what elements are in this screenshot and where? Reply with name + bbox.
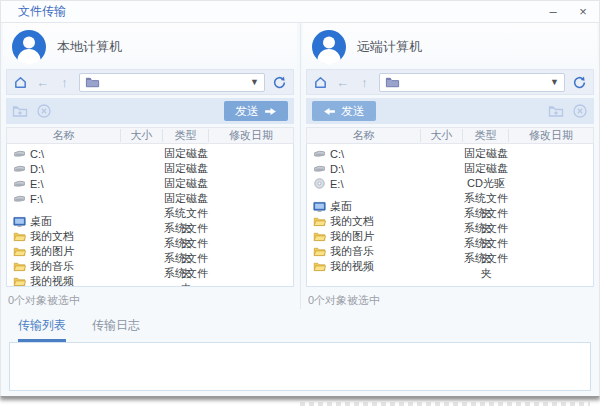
folder-icon xyxy=(313,215,326,228)
file-type: 固定磁盘 xyxy=(463,161,509,176)
transfer-tabs: 传输列表 传输日志 xyxy=(1,309,599,342)
file-type: 固定磁盘 xyxy=(463,146,509,161)
file-name-cell: E:\ xyxy=(7,177,121,190)
remote-nav-bar: ← ↑ ▼ xyxy=(306,69,594,95)
home-icon[interactable] xyxy=(313,75,328,90)
address-combobox[interactable]: ▼ xyxy=(379,73,565,92)
current-folder-icon xyxy=(385,75,400,90)
file-row[interactable]: E:\CD光驱 xyxy=(307,176,593,191)
file-name-cell: 我的文档 xyxy=(7,229,121,244)
remote-toolbar: 发送 xyxy=(306,98,594,124)
drive-icon xyxy=(13,192,26,205)
column-name[interactable]: 名称 xyxy=(307,129,421,142)
file-name-cell: D:\ xyxy=(7,162,121,175)
folder-icon xyxy=(313,230,326,243)
drive-icon xyxy=(313,147,326,160)
column-type[interactable]: 类型 xyxy=(463,129,509,142)
tab-transfer-log[interactable]: 传输日志 xyxy=(92,317,140,342)
new-folder-icon[interactable] xyxy=(12,103,28,119)
column-date[interactable]: 修改日期 xyxy=(209,129,293,142)
file-row[interactable]: C:\固定磁盘 xyxy=(307,146,593,161)
column-size[interactable]: 大小 xyxy=(421,129,463,142)
file-row[interactable]: D:\固定磁盘 xyxy=(7,161,293,176)
file-type: CD光驱 xyxy=(463,176,509,191)
drive-icon xyxy=(13,177,26,190)
file-row[interactable]: E:\固定磁盘 xyxy=(7,176,293,191)
remote-table-header: 名称 大小 类型 修改日期 xyxy=(306,127,594,144)
tab-transfer-list[interactable]: 传输列表 xyxy=(18,317,66,342)
drive-icon xyxy=(313,162,326,175)
column-size[interactable]: 大小 xyxy=(121,129,163,142)
file-transfer-window: 文件传输 – × 本地计算机 ← ↑ xyxy=(0,0,600,397)
refresh-icon[interactable] xyxy=(272,75,287,90)
new-folder-icon[interactable] xyxy=(548,103,564,119)
minimize-button[interactable]: – xyxy=(545,2,561,22)
file-type: 系统文件夹 xyxy=(163,266,209,287)
file-name: D:\ xyxy=(30,163,44,175)
file-row[interactable]: D:\固定磁盘 xyxy=(307,161,593,176)
close-button[interactable]: × xyxy=(575,2,591,22)
column-name[interactable]: 名称 xyxy=(7,129,121,142)
user-avatar-icon xyxy=(311,29,347,65)
file-name: 我的视频 xyxy=(330,259,374,274)
current-folder-icon xyxy=(85,75,100,90)
local-computer-label: 本地计算机 xyxy=(57,38,122,56)
file-name-cell: 桌面 xyxy=(307,199,421,214)
transfer-list-content[interactable] xyxy=(9,342,591,391)
column-type[interactable]: 类型 xyxy=(163,129,209,142)
file-name-cell: 我的音乐 xyxy=(7,259,121,274)
title-bar: 文件传输 – × xyxy=(1,1,599,23)
drive-icon xyxy=(13,162,26,175)
file-name: 我的视频 xyxy=(30,274,74,288)
file-row[interactable]: C:\固定磁盘 xyxy=(7,146,293,161)
local-table-header: 名称 大小 类型 修改日期 xyxy=(6,127,294,144)
drive-icon xyxy=(13,147,26,160)
file-name: 我的文档 xyxy=(330,214,374,229)
window-title: 文件传输 xyxy=(18,3,66,20)
panels-container: 本地计算机 ← ↑ ▼ xyxy=(1,23,599,309)
folder-icon xyxy=(13,275,26,288)
column-date[interactable]: 修改日期 xyxy=(509,129,593,142)
delete-icon[interactable] xyxy=(572,103,588,119)
file-name: C:\ xyxy=(330,148,344,160)
file-name-cell: 我的视频 xyxy=(7,274,121,288)
folder-icon xyxy=(313,245,326,258)
file-row[interactable]: 桌面系统文件夹 xyxy=(7,206,293,221)
window-controls: – × xyxy=(545,2,591,22)
file-name-cell: D:\ xyxy=(307,162,421,175)
file-type: 固定磁盘 xyxy=(163,146,209,161)
delete-icon[interactable] xyxy=(36,103,52,119)
file-name: 我的文档 xyxy=(30,229,74,244)
file-name-cell: C:\ xyxy=(7,147,121,160)
file-name: 我的图片 xyxy=(30,244,74,259)
up-arrow-icon[interactable]: ↑ xyxy=(57,75,72,90)
folder-icon xyxy=(13,260,26,273)
file-name-cell: F:\ xyxy=(7,192,121,205)
back-arrow-icon[interactable]: ← xyxy=(35,75,50,90)
refresh-icon[interactable] xyxy=(572,75,587,90)
file-name: E:\ xyxy=(30,178,43,190)
background-page-remnant xyxy=(300,402,590,406)
file-name-cell: C:\ xyxy=(307,147,421,160)
file-row[interactable]: F:\固定磁盘 xyxy=(7,191,293,206)
local-selection-status: 0个对象被选中 xyxy=(3,287,297,309)
file-row[interactable]: 桌面系统文件夹 xyxy=(307,191,593,206)
dropdown-caret-icon[interactable]: ▼ xyxy=(250,77,259,87)
back-arrow-icon[interactable]: ← xyxy=(335,75,350,90)
home-icon[interactable] xyxy=(13,75,28,90)
folder-icon xyxy=(13,245,26,258)
desktop-icon xyxy=(313,200,326,213)
send-left-button[interactable]: 发送 xyxy=(312,101,376,121)
local-toolbar: 发送 xyxy=(6,98,294,124)
remote-file-list[interactable]: C:\固定磁盘D:\固定磁盘E:\CD光驱桌面系统文件夹我的文档系统文件夹我的图… xyxy=(306,144,594,287)
dropdown-caret-icon[interactable]: ▼ xyxy=(550,77,559,87)
file-name-cell: 我的文档 xyxy=(307,214,421,229)
address-combobox[interactable]: ▼ xyxy=(79,73,265,92)
arrow-left-icon xyxy=(323,107,336,116)
send-right-button[interactable]: 发送 xyxy=(224,101,288,121)
arrow-right-icon xyxy=(264,107,277,116)
remote-panel-header: 远端计算机 xyxy=(303,23,597,69)
up-arrow-icon[interactable]: ↑ xyxy=(357,75,372,90)
send-button-label: 发送 xyxy=(341,103,365,120)
local-file-list[interactable]: C:\固定磁盘D:\固定磁盘E:\固定磁盘F:\固定磁盘桌面系统文件夹我的文档系… xyxy=(6,144,294,287)
